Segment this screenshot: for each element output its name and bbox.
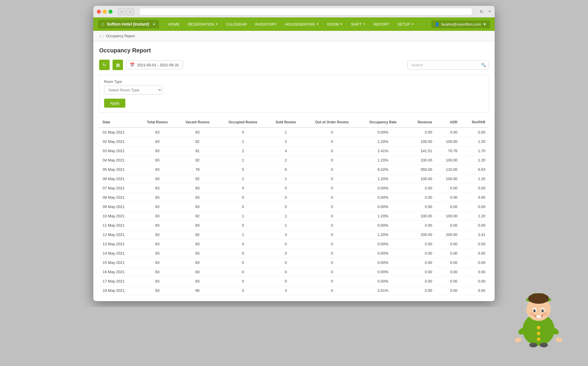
cell-occupied: 0 (219, 193, 267, 202)
cell-rate: 0.00% (360, 127, 407, 137)
cell-date: 13 May 2021 (99, 239, 138, 249)
brand-menu[interactable]: ⌂ Softinn Hotel (Instant) ▼ (98, 20, 159, 29)
nav-inventory[interactable]: INVENTORY (252, 20, 280, 29)
cell-total: 83 (138, 202, 176, 212)
cell-vacant: 82 (176, 230, 218, 239)
cell-adr: 100.00 (436, 137, 461, 146)
cell-revenue: 100.00 (406, 137, 436, 146)
cell-vacant: 82 (176, 174, 218, 184)
cell-date: 09 May 2021 (99, 202, 138, 212)
new-tab-button[interactable]: + (488, 8, 491, 15)
cell-vacant: 83 (176, 267, 218, 277)
cell-total: 83 (138, 174, 176, 184)
search-button[interactable]: 🔍 (481, 63, 486, 67)
nav-room[interactable]: ROOM ▼ (324, 20, 346, 29)
calendar-icon: 📅 (130, 63, 135, 67)
cell-date: 18 May 2021 (99, 286, 138, 295)
report-table: Date Total Rooms Vacant Rooms Occupied R… (99, 117, 489, 295)
cell-out-of-order: 0 (304, 230, 360, 239)
cell-sold: 0 (267, 239, 304, 249)
maximize-button[interactable] (108, 10, 113, 14)
nav-reservation[interactable]: RESERVATION ▼ (184, 20, 222, 29)
cell-adr: 0.00 (436, 202, 461, 212)
col-sold-rooms: Sold Rooms (267, 117, 304, 127)
back-button[interactable]: ‹ (118, 8, 125, 15)
cell-rate: 0.00% (360, 184, 407, 193)
apply-button[interactable]: Apply (104, 99, 125, 108)
cell-occupied: 0 (219, 127, 267, 137)
table-row: 07 May 2021 83 83 0 0 0 0.00% 0.00 0.00 … (99, 184, 489, 193)
forward-button[interactable]: › (126, 8, 134, 15)
cell-sold: 3 (267, 286, 304, 295)
cell-out-of-order: 0 (304, 193, 360, 202)
cell-sold: 2 (267, 137, 304, 146)
nav-calendar[interactable]: CALENDAR (223, 20, 250, 29)
nav-home[interactable]: HOME (165, 20, 183, 29)
cell-out-of-order: 0 (304, 239, 360, 249)
col-total-rooms: Total Rooms (138, 117, 176, 127)
col-revenue: Revenue (406, 117, 436, 127)
close-button[interactable] (97, 10, 101, 14)
traffic-lights (97, 10, 113, 14)
cell-rate: 6.02% (360, 165, 407, 174)
cell-rate: 0.00% (360, 267, 407, 277)
cell-date: 04 May 2021 (99, 156, 138, 165)
refresh-button[interactable]: ↻ (99, 60, 110, 70)
nav-housekeeping[interactable]: HOUSEKEEPING ▼ (281, 20, 322, 29)
cell-rate: 1.20% (360, 156, 407, 165)
cell-rate: 0.00% (360, 258, 407, 267)
cell-out-of-order: 0 (304, 184, 360, 193)
cell-revpar: 0.00 (461, 127, 489, 137)
cell-rate: 3.61% (360, 286, 407, 295)
user-menu[interactable]: 👤 farahin@mysoftinn.com ▼ (431, 20, 490, 28)
nav-report[interactable]: REPORT (370, 20, 393, 29)
cell-adr: 0.00 (436, 193, 461, 202)
cell-revenue: 100.00 (406, 212, 436, 221)
cell-rate: 0.00% (360, 193, 407, 202)
cell-revpar: 1.20 (461, 212, 489, 221)
cell-sold: 2 (267, 156, 304, 165)
url-bar[interactable] (139, 8, 472, 15)
setup-dropdown-icon: ▼ (411, 23, 414, 26)
cell-vacant: 83 (176, 239, 218, 249)
cell-sold: 3 (267, 230, 304, 239)
room-type-select[interactable]: Select Room Type (104, 86, 162, 95)
cell-occupied: 1 (219, 212, 267, 221)
nav-setup[interactable]: SETUP ▼ (394, 20, 417, 29)
cell-revpar: 0.00 (461, 286, 489, 295)
cell-vacant: 83 (176, 249, 218, 258)
cell-out-of-order: 0 (304, 221, 360, 230)
cell-sold: 0 (267, 202, 304, 212)
breadcrumb-home-icon[interactable]: ⌂ (99, 34, 101, 38)
navbar: ⌂ Softinn Hotel (Instant) ▼ HOME RESERVA… (93, 17, 495, 31)
minimize-button[interactable] (103, 10, 107, 14)
cell-total: 83 (138, 258, 176, 267)
main-content: Occupancy Report ↻ ▦ 📅 2021-05-01 - 2021… (93, 41, 495, 301)
cell-date: 01 May 2021 (99, 127, 138, 137)
cell-revpar: 0.00 (461, 221, 489, 230)
cell-sold: 1 (267, 127, 304, 137)
search-input[interactable] (407, 61, 489, 70)
cell-revenue: 200.00 (406, 230, 436, 239)
filter-toggle-button[interactable]: ▦ (113, 60, 123, 70)
brand-dropdown-icon: ▼ (153, 23, 156, 26)
cell-out-of-order: 0 (304, 174, 360, 184)
cell-adr: 0.00 (436, 286, 461, 295)
cell-occupied: 0 (219, 277, 267, 286)
cell-vacant: 80 (176, 286, 218, 295)
reload-button[interactable]: ↻ (480, 9, 483, 14)
cell-adr: 0.00 (436, 267, 461, 277)
cell-revpar: 2.41 (461, 230, 489, 239)
cell-date: 05 May 2021 (99, 165, 138, 174)
room-dropdown-icon: ▼ (340, 23, 343, 26)
cell-occupied: 3 (219, 286, 267, 295)
table-row: 10 May 2021 83 82 1 1 0 1.20% 100.00 100… (99, 212, 489, 221)
date-range-picker[interactable]: 📅 2021-05-01 - 2021-05-31 (126, 61, 183, 69)
cell-revenue: 0.00 (406, 184, 436, 193)
cell-vacant: 78 (176, 165, 218, 174)
nav-shift[interactable]: SHIFT ▼ (347, 20, 369, 29)
browser-nav-arrows: ‹ › (118, 8, 134, 15)
cell-revpar: 1.20 (461, 174, 489, 184)
cell-vacant: 83 (176, 184, 218, 193)
cell-revpar: 0.00 (461, 258, 489, 267)
